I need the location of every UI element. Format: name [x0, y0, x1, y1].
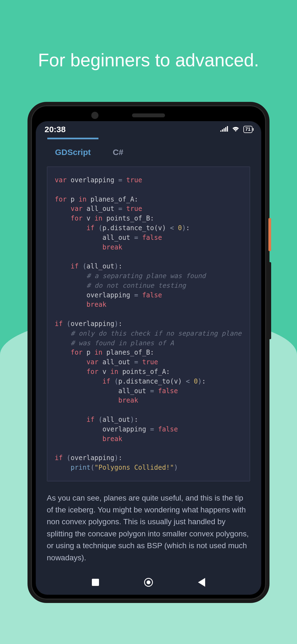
- code-tabs: GDScript C#: [47, 138, 250, 161]
- power-button: [268, 218, 271, 251]
- phone-mockup: 20:38 71 GDScript C# var overlapping = t…: [28, 102, 270, 603]
- speaker-grille: [132, 113, 165, 117]
- front-camera: [91, 112, 98, 119]
- app-content: GDScript C# var overlapping = true for p…: [36, 138, 261, 570]
- signal-icon: [220, 126, 228, 133]
- wifi-icon: [232, 126, 240, 133]
- home-button[interactable]: [144, 577, 153, 587]
- article-paragraph: As you can see, planes are quite useful,…: [47, 492, 250, 564]
- status-bar: 20:38 71: [36, 121, 261, 138]
- phone-screen: 20:38 71 GDScript C# var overlapping = t…: [36, 121, 261, 595]
- back-button[interactable]: [197, 577, 207, 587]
- code-block[interactable]: var overlapping = true for p in planes_o…: [47, 166, 250, 482]
- tab-gdscript[interactable]: GDScript: [50, 144, 96, 161]
- battery-icon: 71: [243, 126, 252, 133]
- headline: For beginners to advanced.: [0, 50, 297, 70]
- status-time: 20:38: [45, 125, 66, 134]
- volume-button: [268, 262, 271, 339]
- android-nav-bar: [36, 570, 261, 595]
- recent-apps-button[interactable]: [90, 577, 100, 587]
- tab-csharp[interactable]: C#: [107, 144, 129, 161]
- status-icons: 71: [220, 126, 252, 133]
- battery-level: 71: [245, 127, 251, 132]
